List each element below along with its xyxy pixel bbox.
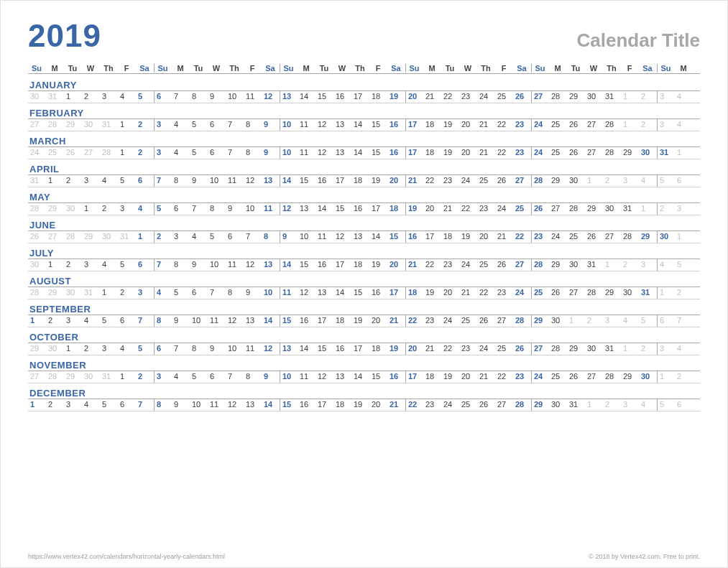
dow-label: Th bbox=[226, 64, 244, 73]
day-cell: 4 bbox=[172, 119, 190, 131]
day-cell: 29 bbox=[82, 231, 100, 243]
month-day-row: 3012345678910111213141516171819202122232… bbox=[28, 259, 700, 271]
day-cell: 5 bbox=[657, 175, 675, 187]
day-cell: 27 bbox=[46, 231, 64, 243]
day-cell: 18 bbox=[369, 91, 387, 103]
day-cell: 7 bbox=[154, 259, 172, 271]
day-cell: 5 bbox=[190, 147, 208, 159]
dow-label: M bbox=[298, 64, 315, 73]
day-cell: 7 bbox=[226, 119, 244, 131]
dow-label: Su bbox=[280, 64, 298, 73]
day-cell: 10 bbox=[190, 399, 208, 411]
day-cell: 10 bbox=[208, 259, 226, 271]
day-cell: 25 bbox=[531, 287, 549, 299]
day-cell: 19 bbox=[459, 231, 477, 243]
month-block: DECEMBER12345678910111213141516171819202… bbox=[28, 388, 700, 411]
day-cell: 4 bbox=[100, 259, 118, 271]
month-block: MAY2829301234567891011121314151617181920… bbox=[28, 192, 700, 215]
day-cell: 13 bbox=[298, 203, 315, 215]
day-cell: 29 bbox=[621, 371, 639, 383]
day-cell: 10 bbox=[262, 287, 280, 299]
day-cell: 25 bbox=[513, 203, 531, 215]
day-cell: 24 bbox=[28, 147, 46, 159]
day-cell: 31 bbox=[100, 371, 118, 383]
day-cell: 30 bbox=[28, 91, 46, 103]
day-cell: 7 bbox=[172, 91, 190, 103]
day-cell: 5 bbox=[136, 343, 154, 355]
day-cell: 5 bbox=[675, 259, 693, 271]
dow-label: M bbox=[46, 64, 64, 73]
day-cell: 12 bbox=[280, 203, 298, 215]
day-cell: 13 bbox=[244, 399, 262, 411]
day-cell: 21 bbox=[477, 147, 495, 159]
month-block: AUGUST2829303112345678910111213141516171… bbox=[28, 276, 700, 299]
day-cell: 3 bbox=[100, 91, 118, 103]
day-cell: 10 bbox=[244, 203, 262, 215]
day-cell: 3 bbox=[621, 175, 639, 187]
day-cell: 15 bbox=[315, 343, 333, 355]
day-cell: 1 bbox=[118, 371, 136, 383]
day-cell: 29 bbox=[531, 315, 549, 327]
day-cell: 23 bbox=[459, 91, 477, 103]
day-cell: 10 bbox=[226, 91, 244, 103]
day-cell: 16 bbox=[387, 119, 405, 131]
calendar-year: 2019 bbox=[28, 18, 101, 54]
day-cell: 17 bbox=[423, 231, 441, 243]
day-cell: 24 bbox=[441, 315, 459, 327]
day-cell: 15 bbox=[351, 287, 369, 299]
day-cell: 28 bbox=[28, 203, 46, 215]
day-cell: 2 bbox=[621, 259, 639, 271]
day-cell: 19 bbox=[423, 287, 441, 299]
month-name: AUGUST bbox=[28, 276, 700, 287]
day-cell: 6 bbox=[675, 399, 693, 411]
day-cell: 11 bbox=[298, 147, 315, 159]
day-cell: 2 bbox=[64, 175, 82, 187]
day-cell: 7 bbox=[190, 203, 208, 215]
month-name: JUNE bbox=[28, 220, 700, 231]
day-cell: 16 bbox=[387, 371, 405, 383]
day-cell: 19 bbox=[441, 147, 459, 159]
day-cell: 1 bbox=[639, 203, 657, 215]
day-cell: 1 bbox=[64, 91, 82, 103]
day-cell: 2 bbox=[639, 343, 657, 355]
day-cell: 4 bbox=[118, 343, 136, 355]
day-cell: 18 bbox=[423, 371, 441, 383]
day-cell: 30 bbox=[603, 203, 621, 215]
day-cell: 27 bbox=[585, 119, 603, 131]
day-cell: 15 bbox=[298, 259, 315, 271]
day-cell: 25 bbox=[549, 147, 567, 159]
day-cell: 28 bbox=[567, 203, 585, 215]
day-cell: 29 bbox=[531, 399, 549, 411]
day-cell: 1 bbox=[675, 231, 693, 243]
day-cell: 20 bbox=[459, 147, 477, 159]
day-cell: 27 bbox=[82, 147, 100, 159]
day-cell: 16 bbox=[315, 175, 333, 187]
day-cell: 27 bbox=[531, 343, 549, 355]
day-cell: 14 bbox=[369, 231, 387, 243]
day-cell: 25 bbox=[477, 259, 495, 271]
day-cell: 13 bbox=[351, 231, 369, 243]
day-cell: 29 bbox=[585, 203, 603, 215]
day-cell: 24 bbox=[495, 203, 513, 215]
day-cell: 27 bbox=[603, 231, 621, 243]
day-cell: 29 bbox=[46, 287, 64, 299]
day-cell: 1 bbox=[118, 147, 136, 159]
dow-label: Tu bbox=[190, 64, 208, 73]
day-cell: 19 bbox=[387, 91, 405, 103]
day-cell: 6 bbox=[136, 175, 154, 187]
day-cell: 8 bbox=[226, 287, 244, 299]
day-cell: 12 bbox=[333, 231, 351, 243]
footer-copyright: © 2018 by Vertex42.com. Free to print. bbox=[589, 553, 700, 560]
day-cell: 17 bbox=[405, 147, 423, 159]
day-cell: 27 bbox=[28, 371, 46, 383]
day-cell: 17 bbox=[315, 315, 333, 327]
day-cell: 16 bbox=[315, 259, 333, 271]
day-cell: 30 bbox=[549, 315, 567, 327]
day-cell: 6 bbox=[675, 175, 693, 187]
dow-label: Tu bbox=[64, 64, 82, 73]
day-cell: 11 bbox=[244, 343, 262, 355]
dow-label: W bbox=[208, 64, 226, 73]
day-cell: 8 bbox=[208, 203, 226, 215]
dow-label: W bbox=[82, 64, 100, 73]
day-cell: 8 bbox=[172, 259, 190, 271]
